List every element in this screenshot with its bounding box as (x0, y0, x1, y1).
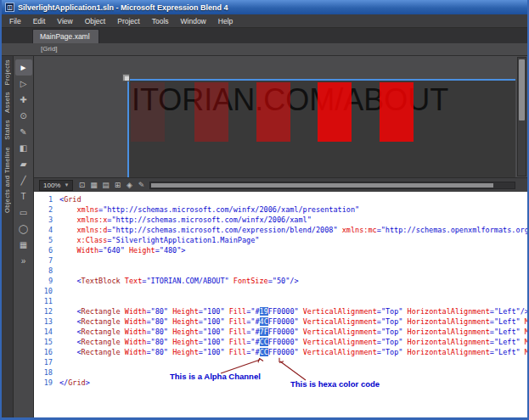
code-token-val: "80" (151, 317, 168, 326)
code-token-delim: /> (290, 277, 298, 285)
gridlines-toggle-icon[interactable]: ⊞ (112, 180, 122, 190)
selection-tool-icon[interactable]: ► (15, 59, 32, 76)
effect-rendering-toggle-icon[interactable]: ⊡ (76, 180, 87, 190)
code-token-attr: Width (125, 338, 147, 346)
design-horizontal-scrollbar-thumb[interactable] (151, 183, 493, 188)
code-token-val: "Top" (381, 338, 403, 346)
code-token-tag: Grid (64, 195, 81, 204)
direct-selection-tool-icon[interactable]: ▷ (15, 76, 32, 92)
code-line-2[interactable]: 2 xmlns="http://schemas.microsoft.com/wi… (34, 204, 527, 215)
code-token-tag: TextBlock (82, 277, 121, 285)
code-token-attr: Height (172, 328, 199, 336)
code-line-4[interactable]: 4 xmlns:d="http://schemas.microsoft.com/… (34, 225, 527, 235)
code-line-10[interactable]: 10 (34, 286, 527, 296)
brush-tool-icon[interactable]: ▰ (15, 156, 32, 172)
rectangle-alpha-19-1[interactable] (131, 82, 165, 142)
breadcrumb[interactable]: [Grid] (2, 43, 527, 56)
artboard[interactable]: ITORIAN.COM/ABOUT (127, 79, 515, 177)
design-horizontal-scrollbar[interactable] (149, 182, 515, 189)
code-token-attr: Margin (525, 317, 527, 326)
code-token-val: "80" (151, 348, 168, 356)
menu-edit[interactable]: Edit (27, 15, 52, 27)
code-token-plain (59, 205, 76, 214)
more-tools-chevron-icon[interactable]: » (15, 253, 32, 269)
snap-to-snaplines-toggle-icon[interactable]: ◈ (124, 180, 134, 190)
title-bar[interactable]: ◫ SilverlightApplication1.sln - Microsof… (2, 0, 527, 14)
code-lines: 1<Grid2 xmlns="http://schemas.microsoft.… (34, 194, 527, 388)
code-line-8[interactable]: 8 (34, 266, 527, 276)
rectangle-tool-icon[interactable]: ▭ (15, 204, 32, 221)
panel-tab-objects-and-timeline[interactable]: Objects and Timeline (3, 147, 11, 213)
rectangle-alpha-4C-2[interactable] (194, 82, 228, 142)
code-token-val: "ITORIAN.COM/ABOUT" (146, 277, 228, 285)
panel-tab-states[interactable]: States (3, 120, 11, 140)
code-line-7[interactable]: 7 (34, 255, 527, 266)
design-vertical-scrollbar-thumb[interactable] (519, 59, 525, 120)
code-line-14[interactable]: 14 <Rectangle Width="80" Height="100" Fi… (34, 327, 527, 337)
code-token-val: "100" (203, 338, 225, 346)
code-line-1[interactable]: 1<Grid (34, 194, 527, 204)
rectangle-alpha-CC-4[interactable] (318, 82, 352, 142)
snap-grid-toggle-icon[interactable]: ▤ (100, 180, 110, 190)
pan-tool-icon[interactable]: ✚ (15, 92, 32, 108)
menu-window[interactable]: Window (175, 15, 212, 27)
code-line-18[interactable]: 18 (34, 367, 527, 378)
code-line-19[interactable]: 19</Grid> (34, 378, 527, 388)
panel-tab-assets[interactable]: Assets (3, 92, 11, 113)
ellipse-tool-icon[interactable]: ◯ (15, 221, 32, 237)
zoom-value: 100% (43, 182, 60, 189)
code-line-16[interactable]: 16 <Rectangle Width="80" Height="100" Fi… (34, 347, 527, 357)
code-token-attr: Width (76, 246, 98, 255)
code-token-val: "Top" (381, 328, 403, 336)
line-number: 6 (34, 245, 53, 255)
artboard-handle-icon[interactable] (122, 74, 130, 81)
show-grid-toggle-icon[interactable]: ▦ (88, 180, 98, 190)
code-line-15[interactable]: 15 <Rectangle Width="80" Height="100" Fi… (34, 337, 527, 347)
rectangle-alpha-CC-5[interactable] (380, 82, 414, 142)
eyedropper-tool-icon[interactable]: ✎ (15, 124, 32, 140)
zoom-tool-icon[interactable]: ⊙ (15, 108, 32, 124)
code-token-val: FF0000" (268, 328, 299, 336)
line-number: 18 (34, 367, 53, 378)
code-line-12[interactable]: 12 <Rectangle Width="80" Height="100" Fi… (34, 306, 527, 316)
pen-tool-icon[interactable]: ╱ (15, 172, 32, 188)
code-token-val: "80" (151, 328, 168, 336)
code-token-sel: CC (260, 348, 268, 356)
code-token-attr: HorizontalAlignment (408, 348, 490, 356)
menu-object[interactable]: Object (79, 15, 112, 27)
menu-view[interactable]: View (51, 15, 78, 27)
code-line-9[interactable]: 9 <TextBlock Text="ITORIAN.COM/ABOUT" Fo… (34, 276, 527, 286)
menu-help[interactable]: Help (212, 15, 239, 27)
breadcrumb-grid[interactable]: [Grid] (41, 45, 58, 53)
code-line-13[interactable]: 13 <Rectangle Width="80" Height="100" Fi… (34, 316, 527, 327)
text-tool-icon[interactable]: T (15, 188, 32, 204)
menu-project[interactable]: Project (111, 15, 145, 27)
code-token-attr: Text (125, 277, 142, 285)
code-token-val: "640" (103, 246, 125, 255)
asset-library-tool-icon[interactable]: ▦ (15, 237, 32, 253)
line-number: 12 (34, 306, 53, 316)
annotations-toggle-icon[interactable]: ✎ (136, 180, 146, 190)
design-vertical-scrollbar[interactable] (517, 57, 526, 176)
code-token-tag: Rectangle (82, 338, 121, 346)
code-line-6[interactable]: 6 Width="640" Height="480"> (34, 245, 527, 255)
code-line-11[interactable]: 11 (34, 296, 527, 306)
code-token-attr: HorizontalAlignment (408, 338, 490, 346)
code-token-attr: Margin (525, 328, 527, 336)
tab-mainpage-xaml[interactable]: MainPage.xaml (32, 29, 99, 43)
code-line-17[interactable]: 17 (34, 357, 527, 367)
paint-bucket-tool-icon[interactable]: ◧ (15, 140, 32, 156)
code-token-sel: 19 (260, 307, 268, 316)
code-line-3[interactable]: 3 xmlns:x="http://schemas.microsoft.com/… (34, 215, 527, 225)
xaml-editor[interactable]: 1<Grid2 xmlns="http://schemas.microsoft.… (34, 192, 527, 417)
panel-tab-projects[interactable]: Projects (3, 59, 11, 85)
code-token-plain (59, 338, 76, 346)
menu-file[interactable]: File (3, 15, 27, 27)
zoom-dropdown[interactable]: 100% ▼ (39, 180, 73, 191)
rectangle-alpha-7F-3[interactable] (256, 82, 290, 142)
code-token-plain (59, 307, 76, 316)
menu-tools[interactable]: Tools (146, 15, 175, 27)
toolbox: ►▷✚⊙✎◧▰╱T▭◯▦» (14, 56, 34, 417)
code-line-5[interactable]: 5 x:Class="SilverlightApplication1.MainP… (34, 235, 527, 245)
design-surface[interactable]: ITORIAN.COM/ABOUT (34, 56, 527, 177)
